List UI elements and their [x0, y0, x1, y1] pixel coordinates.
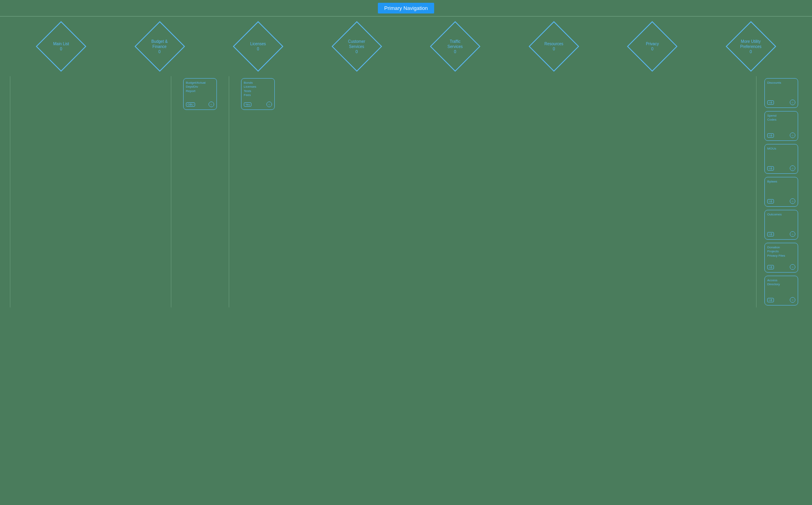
card-tag-mous: I-B: [767, 166, 774, 171]
diamond-badge-traffic-services: 0: [454, 49, 456, 54]
diamond-badge-main-list: 0: [60, 47, 62, 51]
card-title-donation-projects: DonationProjectsPrivacy Files: [767, 246, 795, 258]
card-footer-outcomes: I-B ○: [767, 231, 795, 237]
diamond-label-traffic-services: TrafficServices0: [446, 36, 465, 56]
diamond-label-privacy: Privacy0: [644, 39, 661, 54]
card-icon-mous[interactable]: ○: [790, 165, 795, 171]
diamond-badge-privacy: 0: [651, 47, 653, 51]
diamond-shape-budget-finance[interactable]: Budget &Finance0: [134, 21, 185, 71]
diamonds-row: Main List0 Budget &Finance0 Licenses0 Cu…: [4, 25, 808, 68]
diamond-shape-resources[interactable]: Resources0: [529, 21, 579, 71]
cards-row: Budget/ActualDept/DivReport GBU ○ BondsL…: [4, 76, 808, 307]
card-footer-budget: GBU ○: [186, 102, 214, 107]
diamond-shape-more-utility-preferences[interactable]: More UtilityPreferences0: [726, 21, 776, 71]
diamond-budget-finance: Budget &Finance0: [142, 29, 178, 64]
card-footer-discounts: I-B ○: [767, 100, 795, 105]
top-navigation-bar: Primary Navigation: [0, 0, 812, 16]
card-bylaws[interactable]: Bylaws I-B ○: [764, 177, 798, 207]
card-icon-bylaws[interactable]: ○: [790, 198, 795, 204]
diamond-shape-traffic-services[interactable]: TrafficServices0: [430, 21, 481, 71]
card-tag-access-directory: I-B: [767, 298, 774, 302]
divider-licenses: [229, 76, 229, 307]
diamond-label-licenses: Licenses0: [249, 39, 268, 54]
diamond-label-more-utility-preferences: More UtilityPreferences0: [738, 36, 764, 56]
diamond-resources: Resources0: [536, 29, 572, 64]
card-tag-yes: Yes: [244, 102, 251, 107]
diamond-badge-more-utility-preferences: 0: [750, 49, 752, 54]
divider-main-list: [10, 76, 10, 307]
card-icon-donation-projects[interactable]: ○: [790, 264, 795, 270]
main-content: Main List0 Budget &Finance0 Licenses0 Cu…: [0, 17, 812, 315]
card-tag-bylaws: I-B: [767, 199, 774, 204]
card-footer-mous: I-B ○: [767, 165, 795, 171]
card-budget-actual-dept[interactable]: Budget/ActualDept/DivReport GBU ○: [183, 78, 217, 110]
diamond-label-resources: Resources0: [542, 39, 565, 54]
diamond-label-main-list: Main List0: [51, 39, 71, 54]
diamond-badge-budget-finance: 0: [159, 50, 161, 54]
card-icon-discounts[interactable]: ○: [790, 100, 795, 105]
card-title-spend-codes: SpendCodes: [767, 114, 795, 122]
diamond-label-customer-services: CustomerServices0: [346, 36, 367, 56]
card-title-mous: MOUs: [767, 147, 795, 151]
divider-resources: [756, 76, 756, 307]
diamond-privacy: Privacy0: [634, 29, 670, 64]
card-icon-outcomes[interactable]: ○: [790, 231, 795, 237]
diamond-shape-main-list[interactable]: Main List0: [36, 21, 86, 71]
diamond-licenses: Licenses0: [240, 29, 276, 64]
card-footer-donation-projects: I-B ○: [767, 264, 795, 270]
card-title-outcomes: Outcomes: [767, 213, 795, 217]
card-mous[interactable]: MOUs I-B ○: [764, 144, 798, 174]
card-access-directory[interactable]: AccessDirectory I-B ○: [764, 276, 798, 305]
card-bonds-licenses[interactable]: BondsLicensesTestsFees Yes ○: [241, 78, 275, 110]
card-title-bonds-licenses: BondsLicensesTestsFees: [244, 81, 272, 98]
card-outcomes[interactable]: Outcomes I-B ○: [764, 210, 798, 240]
diamond-badge-licenses: 0: [257, 47, 259, 51]
diamond-customer-services: CustomerServices0: [339, 29, 375, 64]
card-discounts[interactable]: Discounts I-B ○: [764, 78, 798, 108]
section-budget-finance: Budget/ActualDept/DivReport GBU ○: [181, 76, 219, 112]
card-title-discounts: Discounts: [767, 81, 795, 85]
divider-budget-finance: [171, 76, 171, 307]
card-icon-budget[interactable]: ○: [209, 102, 214, 107]
card-spend-codes[interactable]: SpendCodes I-B ○: [764, 111, 798, 141]
card-donation-projects[interactable]: DonationProjectsPrivacy Files I-B ○: [764, 243, 798, 273]
card-tag-spend-codes: I-B: [767, 133, 774, 138]
card-title-budget-actual-dept: Budget/ActualDept/DivReport: [186, 81, 214, 93]
diamond-shape-customer-services[interactable]: CustomerServices0: [331, 21, 382, 71]
diamond-shape-licenses[interactable]: Licenses0: [233, 21, 283, 71]
section-resources: Discounts I-B ○ SpendCodes I-B ○ MOUs I-…: [762, 76, 800, 307]
card-title-access-directory: AccessDirectory: [767, 278, 795, 287]
card-tag-outcomes: I-B: [767, 232, 774, 236]
card-footer-licenses: Yes ○: [244, 102, 272, 107]
card-tag-discounts: I-B: [767, 100, 774, 105]
diamond-badge-customer-services: 0: [356, 49, 358, 54]
diamond-main-list: Main List0: [43, 29, 79, 64]
card-icon-access-directory[interactable]: ○: [790, 297, 795, 303]
diamond-label-budget-finance: Budget &Finance0: [149, 37, 170, 56]
section-licenses: BondsLicensesTestsFees Yes ○: [239, 76, 277, 112]
card-tag-gbu: GBU: [186, 102, 195, 107]
primary-navigation-button[interactable]: Primary Navigation: [378, 3, 434, 13]
card-icon-licenses[interactable]: ○: [266, 102, 272, 107]
diamond-badge-resources: 0: [553, 47, 555, 51]
diamond-more-utility-preferences: More UtilityPreferences0: [733, 29, 769, 64]
card-footer-spend-codes: I-B ○: [767, 132, 795, 138]
card-footer-access-directory: I-B ○: [767, 297, 795, 303]
card-title-bylaws: Bylaws: [767, 180, 795, 184]
card-icon-spend-codes[interactable]: ○: [790, 132, 795, 138]
diamond-shape-privacy[interactable]: Privacy0: [627, 21, 678, 71]
card-tag-donation-projects: I-B: [767, 265, 774, 269]
diamond-traffic-services: TrafficServices0: [437, 29, 473, 64]
card-footer-bylaws: I-B ○: [767, 198, 795, 204]
